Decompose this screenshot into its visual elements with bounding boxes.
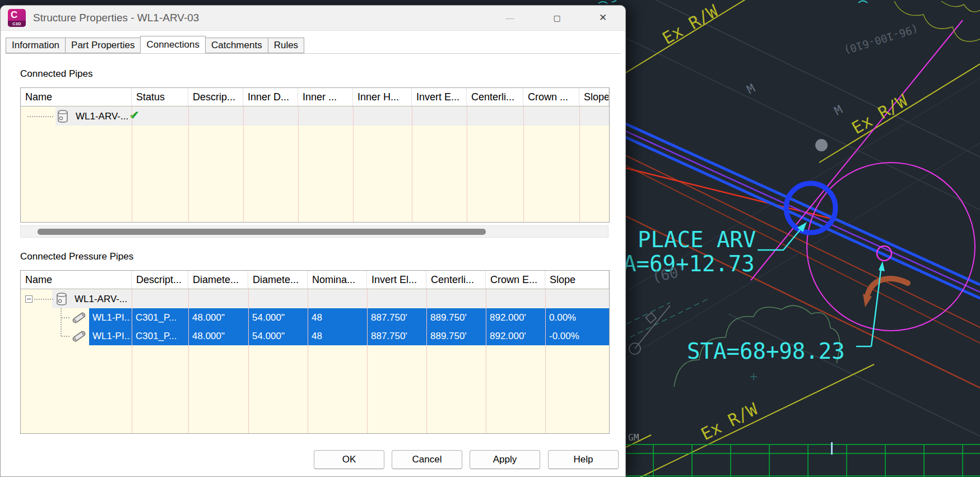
column-separator xyxy=(248,289,249,433)
structure-name: WL1-ARV-... xyxy=(75,290,127,308)
column-separator xyxy=(545,289,546,433)
column-header[interactable]: Centerli... xyxy=(467,88,523,106)
column-header[interactable]: Descript... xyxy=(132,271,188,289)
column-header[interactable]: Inner H... xyxy=(353,88,412,106)
tree-dots xyxy=(34,299,53,300)
screen: { "window": { "title": "Structure Proper… xyxy=(0,0,980,477)
tree-dots xyxy=(62,317,69,318)
connected-pressure-pipes-table: Name Descript... Diamete... Diamete... N… xyxy=(20,270,610,434)
cell-description: C301_P... xyxy=(136,327,186,345)
column-header[interactable]: Crown ... xyxy=(523,88,579,106)
table-row[interactable]: WL1-ARV-... ✔ xyxy=(21,107,609,126)
cell-name: WL1-PI... xyxy=(92,327,131,345)
column-header[interactable]: Centerli... xyxy=(426,271,486,289)
structure-properties-dialog: C C3D Structure Properties - WL1-ARV-03 … xyxy=(0,5,626,477)
column-header[interactable]: Status xyxy=(132,88,188,106)
structure-icon xyxy=(55,109,70,124)
column-header[interactable]: Diamete... xyxy=(188,271,248,289)
column-separator xyxy=(367,289,368,433)
pressure-pipes-header: Name Descript... Diamete... Diamete... N… xyxy=(21,271,609,289)
table-row-selected[interactable]: WL1-PI... C301_P... 48.000" 54.000" 48 8… xyxy=(21,308,609,327)
column-separator xyxy=(188,106,189,222)
row-highlight xyxy=(52,290,609,308)
column-separator xyxy=(353,106,354,222)
pressure-pipe-icon xyxy=(71,311,87,325)
tree-dots xyxy=(62,336,69,337)
cell-diameter-outer: 54.000" xyxy=(252,308,305,327)
cell-centerline: 889.750' xyxy=(430,327,483,345)
column-header[interactable]: Name xyxy=(21,88,132,106)
cancel-button[interactable]: Cancel xyxy=(392,450,462,469)
column-header[interactable]: Inner ... xyxy=(298,88,353,106)
gm-label: GM xyxy=(628,432,639,443)
column-separator xyxy=(243,106,244,222)
grid-highlight-tick xyxy=(831,442,833,455)
close-button[interactable]: ✕ xyxy=(590,6,616,30)
scrollbar-thumb[interactable] xyxy=(38,229,486,235)
column-header[interactable]: Invert El... xyxy=(367,271,426,289)
column-separator xyxy=(188,289,189,433)
column-separator xyxy=(579,106,580,222)
cell-name: WL1-PI... xyxy=(92,308,131,327)
column-separator xyxy=(412,106,412,222)
column-separator xyxy=(467,106,467,222)
horizontal-scrollbar[interactable] xyxy=(20,225,609,238)
app-icon-letter: C xyxy=(11,9,17,21)
connected-pipes-label: Connected Pipes xyxy=(20,68,92,80)
table-row-parent[interactable]: WL1-ARV-... xyxy=(21,290,609,308)
column-header[interactable]: Slope xyxy=(545,271,609,289)
cell-nominal: 48 xyxy=(312,308,364,327)
connected-pressure-pipes-label: Connected Pressure Pipes xyxy=(20,251,133,262)
status-check-icon: ✔ xyxy=(129,109,140,122)
table-row-selected[interactable]: WL1-PI... C301_P... 48.000" 54.000" 48 8… xyxy=(21,327,609,345)
cell-crown: 892.000' xyxy=(490,308,542,327)
cell-diameter-inner: 48.000" xyxy=(192,308,245,327)
column-separator xyxy=(298,106,299,222)
connected-pipes-header: Name Status Descrip... Inner D... Inner … xyxy=(21,88,609,106)
station-annotation-2: STA=68+98.23 xyxy=(687,339,845,364)
civil3d-app-icon: C C3D xyxy=(8,9,26,27)
cell-slope: -0.00% xyxy=(549,327,605,345)
pressure-pipes-body: WL1-ARV-... WL1-PI... C301_P... 48.000" … xyxy=(21,289,609,433)
column-header[interactable]: Descrip... xyxy=(188,88,243,106)
help-button[interactable]: Help xyxy=(548,450,619,469)
cell-invert: 887.750' xyxy=(371,327,424,345)
column-separator xyxy=(426,289,427,433)
cell-description: C301_P... xyxy=(136,308,186,327)
column-separator xyxy=(132,106,132,222)
column-header[interactable]: Slope xyxy=(579,88,609,106)
column-header[interactable]: Diamete... xyxy=(248,271,308,289)
gray-node-dot xyxy=(815,139,828,151)
column-separator xyxy=(132,289,132,433)
tree-connector xyxy=(61,308,62,336)
minimize-button[interactable]: — xyxy=(497,6,523,30)
tab-information[interactable]: Information xyxy=(6,38,66,53)
apply-button[interactable]: Apply xyxy=(470,450,540,469)
cell-diameter-inner: 48.000" xyxy=(192,327,245,345)
structure-icon xyxy=(54,292,69,307)
column-separator xyxy=(486,289,486,433)
column-header[interactable]: Name xyxy=(21,271,132,289)
column-header[interactable]: Nomina... xyxy=(308,271,367,289)
tab-rules[interactable]: Rules xyxy=(268,38,304,53)
cell-invert: 887.750' xyxy=(371,308,424,327)
pressure-pipe-icon xyxy=(71,330,87,343)
column-header[interactable]: Crown E... xyxy=(486,271,545,289)
title-bar[interactable]: C C3D Structure Properties - WL1-ARV-03 … xyxy=(1,6,625,31)
tab-connections[interactable]: Connections xyxy=(140,36,206,53)
column-header[interactable]: Inner D... xyxy=(243,88,298,106)
tab-bar: Information Part Properties Connections … xyxy=(6,36,621,54)
place-arv-annotation: PLACE ARV xyxy=(638,227,756,252)
cell-slope: 0.00% xyxy=(549,308,605,327)
station-annotation-clipped: A=69+12.73 xyxy=(623,251,755,276)
column-header[interactable]: Invert E... xyxy=(412,88,467,106)
tab-catchments[interactable]: Catchments xyxy=(205,38,268,53)
tab-part-properties[interactable]: Part Properties xyxy=(65,38,141,53)
maximize-button[interactable]: ▢ xyxy=(544,6,570,30)
ok-button[interactable]: OK xyxy=(314,450,384,469)
cell-diameter-outer: 54.000" xyxy=(252,327,305,345)
cell-centerline: 889.750' xyxy=(430,308,483,327)
window-title: Structure Properties - WL1-ARV-03 xyxy=(33,6,199,30)
collapse-expand-icon[interactable] xyxy=(25,295,32,303)
connected-pipes-table: Name Status Descrip... Inner D... Inner … xyxy=(20,87,610,223)
